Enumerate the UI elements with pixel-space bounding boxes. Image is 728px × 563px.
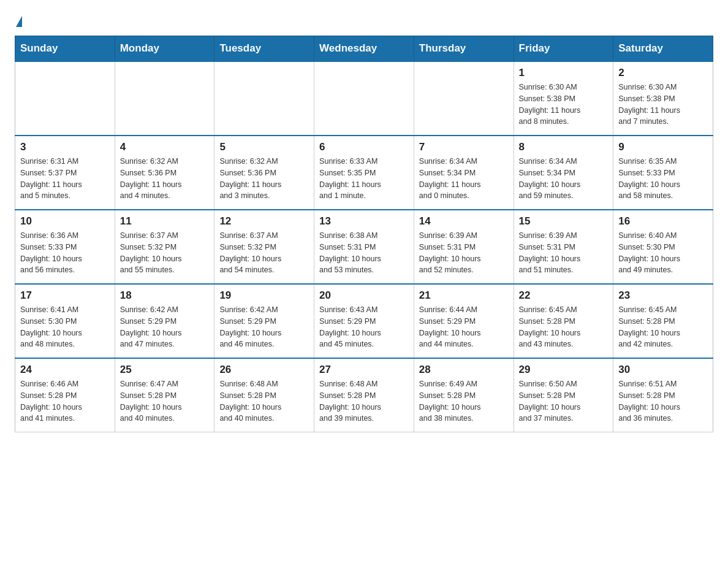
day-number: 2 (618, 67, 708, 79)
day-number: 22 (519, 289, 609, 302)
cell-week4-day2: 19Sunrise: 6:42 AMSunset: 5:29 PMDayligh… (214, 284, 314, 358)
day-info: Sunrise: 6:37 AMSunset: 5:32 PMDaylight:… (120, 230, 210, 276)
cell-week2-day1: 4Sunrise: 6:32 AMSunset: 5:36 PMDaylight… (115, 136, 214, 210)
cell-week1-day3 (314, 61, 414, 136)
day-info: Sunrise: 6:36 AMSunset: 5:33 PMDaylight:… (20, 230, 110, 276)
day-number: 8 (519, 141, 609, 153)
day-info: Sunrise: 6:37 AMSunset: 5:32 PMDaylight:… (219, 230, 309, 276)
header-friday: Friday (514, 36, 613, 62)
day-number: 13 (319, 215, 409, 228)
week-row-3: 10Sunrise: 6:36 AMSunset: 5:33 PMDayligh… (15, 210, 713, 284)
day-info: Sunrise: 6:32 AMSunset: 5:36 PMDaylight:… (120, 156, 210, 202)
day-number: 23 (618, 289, 708, 302)
cell-week3-day1: 11Sunrise: 6:37 AMSunset: 5:32 PMDayligh… (115, 210, 214, 284)
day-info: Sunrise: 6:44 AMSunset: 5:29 PMDaylight:… (419, 304, 509, 350)
day-number: 18 (120, 289, 210, 302)
day-info: Sunrise: 6:40 AMSunset: 5:30 PMDaylight:… (618, 230, 708, 276)
day-number: 27 (319, 364, 409, 376)
day-info: Sunrise: 6:46 AMSunset: 5:28 PMDaylight:… (20, 378, 110, 424)
cell-week4-day3: 20Sunrise: 6:43 AMSunset: 5:29 PMDayligh… (314, 284, 414, 358)
week-row-2: 3Sunrise: 6:31 AMSunset: 5:37 PMDaylight… (15, 136, 713, 210)
day-info: Sunrise: 6:39 AMSunset: 5:31 PMDaylight:… (419, 230, 509, 276)
cell-week1-day0 (15, 61, 115, 136)
cell-week5-day0: 24Sunrise: 6:46 AMSunset: 5:28 PMDayligh… (15, 358, 115, 432)
day-number: 16 (618, 215, 708, 228)
cell-week3-day0: 10Sunrise: 6:36 AMSunset: 5:33 PMDayligh… (15, 210, 115, 284)
day-info: Sunrise: 6:33 AMSunset: 5:35 PMDaylight:… (319, 156, 409, 202)
cell-week3-day5: 15Sunrise: 6:39 AMSunset: 5:31 PMDayligh… (514, 210, 613, 284)
header-thursday: Thursday (414, 36, 514, 62)
day-info: Sunrise: 6:48 AMSunset: 5:28 PMDaylight:… (219, 378, 309, 424)
cell-week2-day0: 3Sunrise: 6:31 AMSunset: 5:37 PMDaylight… (15, 136, 115, 210)
day-info: Sunrise: 6:39 AMSunset: 5:31 PMDaylight:… (519, 230, 609, 276)
cell-week4-day4: 21Sunrise: 6:44 AMSunset: 5:29 PMDayligh… (414, 284, 514, 358)
cell-week5-day2: 26Sunrise: 6:48 AMSunset: 5:28 PMDayligh… (214, 358, 314, 432)
cell-week1-day6: 2Sunrise: 6:30 AMSunset: 5:38 PMDaylight… (613, 61, 713, 136)
day-info: Sunrise: 6:50 AMSunset: 5:28 PMDaylight:… (519, 378, 609, 424)
calendar-table: SundayMondayTuesdayWednesdayThursdayFrid… (15, 36, 713, 432)
cell-week2-day2: 5Sunrise: 6:32 AMSunset: 5:36 PMDaylight… (214, 136, 314, 210)
day-number: 17 (20, 289, 110, 302)
day-number: 10 (20, 215, 110, 228)
day-info: Sunrise: 6:30 AMSunset: 5:38 PMDaylight:… (519, 82, 609, 128)
day-number: 21 (419, 289, 509, 302)
day-number: 19 (219, 289, 309, 302)
cell-week5-day3: 27Sunrise: 6:48 AMSunset: 5:28 PMDayligh… (314, 358, 414, 432)
day-info: Sunrise: 6:51 AMSunset: 5:28 PMDaylight:… (618, 378, 708, 424)
cell-week5-day1: 25Sunrise: 6:47 AMSunset: 5:28 PMDayligh… (115, 358, 214, 432)
weekday-header-row: SundayMondayTuesdayWednesdayThursdayFrid… (15, 36, 713, 62)
day-number: 11 (120, 215, 210, 228)
cell-week4-day1: 18Sunrise: 6:42 AMSunset: 5:29 PMDayligh… (115, 284, 214, 358)
cell-week4-day6: 23Sunrise: 6:45 AMSunset: 5:28 PMDayligh… (613, 284, 713, 358)
cell-week1-day5: 1Sunrise: 6:30 AMSunset: 5:38 PMDaylight… (514, 61, 613, 136)
cell-week2-day3: 6Sunrise: 6:33 AMSunset: 5:35 PMDaylight… (314, 136, 414, 210)
day-number: 9 (618, 141, 708, 153)
day-info: Sunrise: 6:42 AMSunset: 5:29 PMDaylight:… (219, 304, 309, 350)
day-info: Sunrise: 6:42 AMSunset: 5:29 PMDaylight:… (120, 304, 210, 350)
cell-week1-day2 (214, 61, 314, 136)
cell-week1-day1 (115, 61, 214, 136)
day-number: 25 (120, 364, 210, 376)
week-row-1: 1Sunrise: 6:30 AMSunset: 5:38 PMDaylight… (15, 61, 713, 136)
day-info: Sunrise: 6:45 AMSunset: 5:28 PMDaylight:… (519, 304, 609, 350)
day-number: 20 (319, 289, 409, 302)
day-info: Sunrise: 6:32 AMSunset: 5:36 PMDaylight:… (219, 156, 309, 202)
day-info: Sunrise: 6:34 AMSunset: 5:34 PMDaylight:… (419, 156, 509, 202)
day-number: 3 (20, 141, 110, 153)
day-number: 4 (120, 141, 210, 153)
logo (15, 15, 22, 26)
cell-week3-day4: 14Sunrise: 6:39 AMSunset: 5:31 PMDayligh… (414, 210, 514, 284)
header-sunday: Sunday (15, 36, 115, 62)
cell-week3-day2: 12Sunrise: 6:37 AMSunset: 5:32 PMDayligh… (214, 210, 314, 284)
cell-week2-day6: 9Sunrise: 6:35 AMSunset: 5:33 PMDaylight… (613, 136, 713, 210)
cell-week4-day5: 22Sunrise: 6:45 AMSunset: 5:28 PMDayligh… (514, 284, 613, 358)
day-info: Sunrise: 6:35 AMSunset: 5:33 PMDaylight:… (618, 156, 708, 202)
header-saturday: Saturday (613, 36, 713, 62)
cell-week5-day6: 30Sunrise: 6:51 AMSunset: 5:28 PMDayligh… (613, 358, 713, 432)
day-number: 15 (519, 215, 609, 228)
cell-week3-day3: 13Sunrise: 6:38 AMSunset: 5:31 PMDayligh… (314, 210, 414, 284)
page-header (15, 15, 713, 26)
cell-week3-day6: 16Sunrise: 6:40 AMSunset: 5:30 PMDayligh… (613, 210, 713, 284)
cell-week2-day4: 7Sunrise: 6:34 AMSunset: 5:34 PMDaylight… (414, 136, 514, 210)
day-info: Sunrise: 6:45 AMSunset: 5:28 PMDaylight:… (618, 304, 708, 350)
day-number: 5 (219, 141, 309, 153)
day-info: Sunrise: 6:31 AMSunset: 5:37 PMDaylight:… (20, 156, 110, 202)
day-number: 6 (319, 141, 409, 153)
cell-week5-day5: 29Sunrise: 6:50 AMSunset: 5:28 PMDayligh… (514, 358, 613, 432)
day-number: 12 (219, 215, 309, 228)
day-info: Sunrise: 6:43 AMSunset: 5:29 PMDaylight:… (319, 304, 409, 350)
header-tuesday: Tuesday (214, 36, 314, 62)
day-info: Sunrise: 6:41 AMSunset: 5:30 PMDaylight:… (20, 304, 110, 350)
cell-week1-day4 (414, 61, 514, 136)
day-number: 28 (419, 364, 509, 376)
day-number: 7 (419, 141, 509, 153)
header-wednesday: Wednesday (314, 36, 414, 62)
day-info: Sunrise: 6:30 AMSunset: 5:38 PMDaylight:… (618, 82, 708, 128)
week-row-5: 24Sunrise: 6:46 AMSunset: 5:28 PMDayligh… (15, 358, 713, 432)
logo-triangle-icon (16, 16, 22, 27)
day-number: 24 (20, 364, 110, 376)
day-number: 14 (419, 215, 509, 228)
week-row-4: 17Sunrise: 6:41 AMSunset: 5:30 PMDayligh… (15, 284, 713, 358)
day-info: Sunrise: 6:38 AMSunset: 5:31 PMDaylight:… (319, 230, 409, 276)
